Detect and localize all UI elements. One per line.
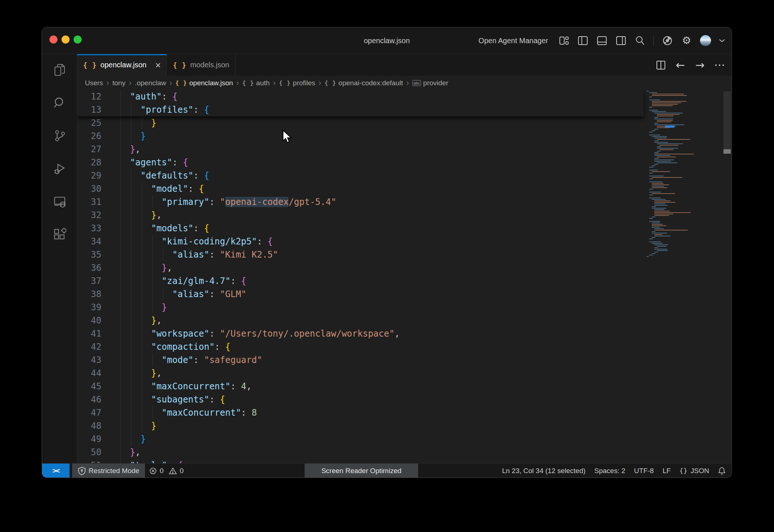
code-line[interactable]: 13 "profiles": { (77, 103, 644, 116)
breadcrumb-item-profiles[interactable]: { } profiles (278, 79, 316, 87)
code-line[interactable]: 33 "models": { (77, 222, 644, 235)
restricted-mode-item[interactable]: Restricted Mode (72, 464, 145, 477)
run-debug-icon[interactable] (53, 162, 66, 175)
breadcrumb-item-provider[interactable]: abc provider (411, 79, 449, 87)
close-tab-icon[interactable]: × (155, 61, 161, 69)
settings-gear-icon[interactable]: ⚙ (681, 35, 692, 46)
code-line[interactable]: 36 }, (77, 261, 644, 274)
code-line[interactable]: 49 } (77, 432, 644, 446)
code-line[interactable]: 29 "defaults": { (77, 169, 644, 182)
more-actions-icon[interactable]: ··· (715, 60, 726, 70)
customize-layout-icon[interactable] (558, 35, 569, 46)
line-number: 44 (77, 367, 101, 380)
line-number: 32 (77, 209, 101, 222)
eol-item[interactable]: LF (658, 464, 675, 477)
code-line[interactable]: 41 "workspace": "/Users/tony/.openclaw/w… (77, 327, 644, 340)
minimize-window-button[interactable] (62, 35, 70, 44)
code-line[interactable]: 48 } (77, 419, 644, 432)
search-sidebar-icon[interactable] (53, 96, 66, 109)
minimap[interactable] (644, 91, 721, 463)
split-editor-icon[interactable] (656, 60, 666, 70)
browser-extension-icon[interactable] (662, 35, 673, 46)
code-line[interactable]: 45 "maxConcurrent": 4, (77, 380, 644, 393)
code-line[interactable]: 40 }, (77, 314, 644, 327)
titlebar-separator (654, 36, 654, 45)
close-window-button[interactable] (49, 35, 57, 44)
code-line[interactable]: 51 "tools": { (77, 459, 644, 463)
line-number: 28 (77, 156, 101, 169)
toggle-panel-icon[interactable] (596, 35, 607, 46)
code-line[interactable]: 12 "auth": { (77, 90, 644, 103)
breadcrumb-item-users[interactable]: Users (84, 79, 104, 87)
line-number: 30 (77, 182, 101, 195)
breadcrumb-separator: › (169, 78, 173, 88)
code-lines[interactable]: 25 }26 }27 },28 "agents": {29 "defaults"… (77, 90, 644, 463)
scrollbar-slider[interactable] (723, 91, 731, 154)
chevron-down-icon[interactable] (719, 39, 725, 42)
breadcrumb-item-openai-codex-default[interactable]: { } openai-codex:default (323, 79, 404, 87)
vscode-window: openclaw.json Open Agent Manager (42, 27, 732, 477)
breadcrumb-item-auth[interactable]: { } auth (241, 79, 271, 87)
problems-item[interactable]: 0 0 (145, 464, 188, 477)
line-number: 36 (77, 261, 101, 274)
code-line[interactable]: 47 "maxConcurrent": 8 (77, 406, 644, 419)
object-braces-icon: { } (324, 79, 336, 86)
code-line[interactable]: 35 "alias": "Kimi K2.5" (77, 248, 644, 261)
tab-openclaw-json[interactable]: { } openclaw.json × (77, 54, 167, 76)
line-number: 43 (77, 353, 101, 367)
notifications-bell[interactable] (714, 464, 732, 477)
tab-bar: { } openclaw.json × { } models.json ← → (77, 54, 732, 76)
editor-scrollbar[interactable] (723, 90, 732, 463)
breadcrumb-item-openclaw-json[interactable]: { } openclaw.json (174, 79, 234, 87)
code-line[interactable]: 30 "model": { (77, 182, 644, 195)
code-line[interactable]: 25 } (77, 116, 644, 130)
code-line[interactable]: 50 }, (77, 446, 644, 459)
object-braces-icon: { } (242, 79, 254, 86)
window-menu-label[interactable]: Open Agent Manager (479, 37, 548, 45)
encoding-item[interactable]: UTF-8 (630, 464, 658, 477)
code-line[interactable]: 44 }, (77, 367, 644, 380)
code-line[interactable]: 46 "subagents": { (77, 393, 644, 406)
remote-indicator[interactable]: >< (42, 464, 70, 477)
language-mode-item[interactable]: {} JSON (675, 464, 714, 477)
code-line[interactable]: 39 } (77, 301, 644, 314)
line-number: 45 (77, 380, 101, 393)
code-line[interactable]: 34 "kimi-coding/k2p5": { (77, 235, 644, 248)
zoom-window-button[interactable] (74, 35, 82, 44)
explorer-icon[interactable] (53, 63, 66, 76)
search-icon[interactable] (635, 35, 645, 46)
code-line[interactable]: 42 "compaction": { (77, 340, 644, 353)
navigate-back-icon[interactable]: ← (676, 60, 685, 71)
line-number: 48 (77, 419, 101, 432)
line-number: 37 (77, 274, 101, 288)
code-line[interactable]: 26 } (77, 130, 644, 143)
account-avatar[interactable] (700, 35, 711, 46)
tab-models-json[interactable]: { } models.json (167, 54, 235, 76)
toggle-primary-sidebar-icon[interactable] (577, 35, 588, 46)
sticky-scroll[interactable]: 12 "auth": {13 "profiles": { (77, 90, 644, 116)
breadcrumb-item-tony[interactable]: tony (111, 79, 127, 87)
source-control-icon[interactable] (53, 129, 66, 142)
breadcrumb-item-openclaw-dir[interactable]: .openclaw (134, 79, 167, 87)
cursor-position-item[interactable]: Ln 23, Col 34 (12 selected) (498, 464, 590, 477)
selection-highlight: openai-codex (225, 197, 289, 207)
warning-icon (169, 467, 177, 475)
line-number: 38 (77, 288, 101, 301)
toggle-secondary-sidebar-icon[interactable] (615, 35, 626, 46)
code-line[interactable]: 43 "mode": "safeguard" (77, 353, 644, 367)
code-line[interactable]: 38 "alias": "GLM" (77, 288, 644, 301)
indentation-item[interactable]: Spaces: 2 (590, 464, 630, 477)
line-number: 27 (77, 143, 101, 156)
error-icon (149, 467, 157, 475)
code-line[interactable]: 31 "primary": "openai-codex/gpt-5.4" (77, 195, 644, 209)
code-line[interactable]: 32 }, (77, 209, 644, 222)
screen-reader-item[interactable]: Screen Reader Optimized (305, 464, 418, 477)
tab-label: openclaw.json (100, 61, 146, 69)
code-line[interactable]: 37 "zai/glm-4.7": { (77, 274, 644, 288)
extensions-icon[interactable] (53, 228, 66, 241)
code-line[interactable]: 27 }, (77, 143, 644, 156)
remote-explorer-icon[interactable] (53, 195, 66, 208)
code-line[interactable]: 28 "agents": { (77, 156, 644, 169)
navigate-forward-icon[interactable]: → (695, 60, 704, 71)
code-editor[interactable]: 25 }26 }27 },28 "agents": {29 "defaults"… (77, 90, 732, 463)
